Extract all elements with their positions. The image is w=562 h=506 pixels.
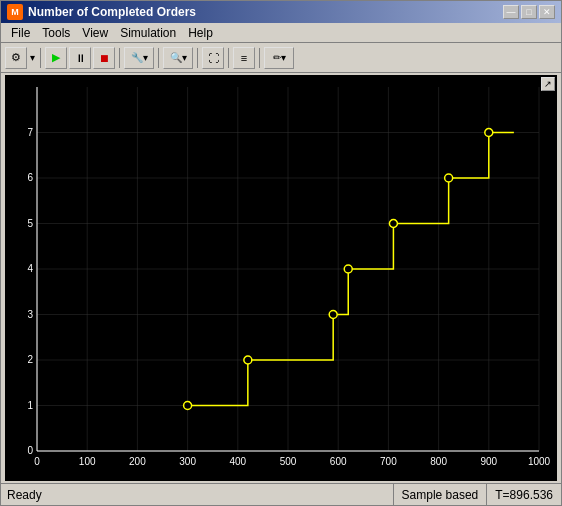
menu-view[interactable]: View (76, 25, 114, 41)
plot-canvas[interactable] (5, 75, 557, 481)
menu-file[interactable]: File (5, 25, 36, 41)
main-window: M Number of Completed Orders — □ ✕ File … (0, 0, 562, 506)
pause-button[interactable]: ⏸ (69, 47, 91, 69)
tools-button[interactable]: 🔧▾ (124, 47, 154, 69)
minimize-button[interactable]: — (503, 5, 519, 19)
title-controls[interactable]: — □ ✕ (503, 5, 555, 19)
status-time: T=896.536 (487, 484, 561, 505)
stop-button[interactable]: ⏹ (93, 47, 115, 69)
maximize-button[interactable]: □ (521, 5, 537, 19)
expand-plot-button[interactable]: ↗ (541, 77, 555, 91)
params-button[interactable]: ≡ (233, 47, 255, 69)
zoom-button[interactable]: 🔍▾ (163, 47, 193, 69)
style-button[interactable]: ✏▾ (264, 47, 294, 69)
title-bar-left: M Number of Completed Orders (7, 4, 196, 20)
toolbar-separator-3 (158, 48, 159, 68)
run-button[interactable]: ▶ (45, 47, 67, 69)
fit-button[interactable]: ⛶ (202, 47, 224, 69)
window-title: Number of Completed Orders (28, 5, 196, 19)
app-icon: M (7, 4, 23, 20)
status-sample-based: Sample based (393, 484, 488, 505)
menu-simulation[interactable]: Simulation (114, 25, 182, 41)
toolbar-separator-6 (259, 48, 260, 68)
title-bar: M Number of Completed Orders — □ ✕ (1, 1, 561, 23)
menu-tools[interactable]: Tools (36, 25, 76, 41)
toolbar-separator-1 (40, 48, 41, 68)
toolbar: ⚙ ▾ ▶ ⏸ ⏹ 🔧▾ 🔍▾ ⛶ ≡ ✏▾ (1, 43, 561, 73)
settings-dropdown-arrow[interactable]: ▾ (30, 52, 35, 63)
settings-button[interactable]: ⚙ (5, 47, 27, 69)
plot-area: ↗ (5, 75, 557, 481)
status-bar: Ready Sample based T=896.536 (1, 483, 561, 505)
menu-help[interactable]: Help (182, 25, 219, 41)
menu-bar: File Tools View Simulation Help (1, 23, 561, 43)
toolbar-separator-4 (197, 48, 198, 68)
toolbar-separator-5 (228, 48, 229, 68)
status-right: Sample based T=896.536 (393, 484, 561, 505)
status-ready: Ready (1, 488, 393, 502)
close-button[interactable]: ✕ (539, 5, 555, 19)
toolbar-separator-2 (119, 48, 120, 68)
